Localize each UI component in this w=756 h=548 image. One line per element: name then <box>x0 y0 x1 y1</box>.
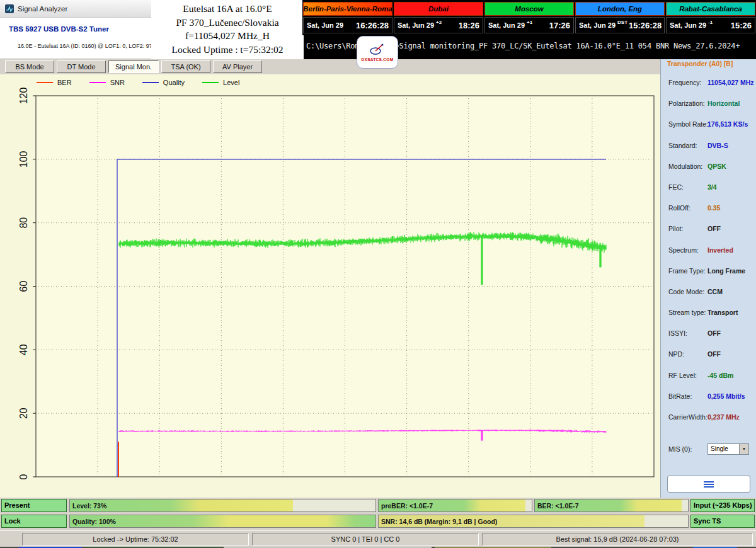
legend-item-snr: SNR <box>89 79 125 86</box>
legend-label: SNR <box>110 79 125 86</box>
quality-bar-label: Quality: 100% <box>72 516 116 527</box>
legend-line <box>37 82 53 83</box>
clock-london: London, Eng Sat, Jun 29 DST 15:26:28 <box>575 0 665 35</box>
svg-text:40: 40 <box>18 344 29 355</box>
transponder-row-value: OFF <box>707 225 721 232</box>
clock-hms: 17:26 <box>549 21 570 30</box>
window-titlebar[interactable]: Signal Analyzer <box>0 0 152 18</box>
info-overlay: Eutelsat 16A at 16.0°E PF 370_Lučenec/Sl… <box>151 0 304 59</box>
legend-item-level: Level <box>202 79 239 86</box>
clock-time: Sat, Jun 29 16:26:28 <box>303 17 392 33</box>
input-indicator: Input (~235 Kbps) <box>690 499 755 512</box>
transponder-row-label: Pilot: <box>668 225 683 232</box>
clock-hms: 16:26:28 <box>356 21 389 30</box>
tab-av-player[interactable]: AV Player <box>213 60 262 73</box>
signal-analyzer-window: Signal Analyzer TBS 5927 USB DVB-S2 Tune… <box>0 0 756 548</box>
sync-ts-indicator: Sync TS <box>690 515 755 528</box>
legend-item-quality: Quality <box>142 79 185 86</box>
dxsatcs-logo: DXSATCS.COM <box>357 36 398 69</box>
clock-utc-offset: DST <box>617 20 627 25</box>
svg-text:60: 60 <box>18 281 29 292</box>
clock-utc-offset: -1 <box>708 20 713 25</box>
preber-bar-label: preBER: <1.0E-7 <box>381 500 433 511</box>
transponder-row-value: Transport <box>707 309 738 316</box>
transponder-row-label: RollOff: <box>668 204 690 212</box>
transponder-row-label: Code Mode: <box>668 288 704 295</box>
svg-text:0: 0 <box>18 474 29 479</box>
transponder-row: Polarization:Horizontal <box>661 95 756 116</box>
preber-bar: preBER: <1.0E-7 <box>378 499 532 512</box>
lock-indicator: Lock <box>1 515 67 528</box>
clock-time: Sat, Jun 29 -1 15:26 <box>666 17 755 33</box>
transponder-row-value: Long Frame <box>707 267 745 275</box>
snr-bar: SNR: 14,6 dB (Margin: 9,1 dB | Good) <box>378 515 689 528</box>
uptime-cell: Locked -> Uptime: 75:32:02 <box>22 533 249 545</box>
transponder-row-value: 0,255 Mbit/s <box>707 392 745 400</box>
mode-tabs: BS Mode DT Mode Signal Mon. TSA (OK) AV … <box>0 59 660 74</box>
transponder-row: FEC:3/4 <box>661 179 756 200</box>
legend-line <box>202 82 219 83</box>
clock-time: Sat, Jun 29 DST 15:26:28 <box>575 17 665 33</box>
transponder-row: RF Level:-45 dBm <box>661 367 756 388</box>
clock-moscow: Moscow Sat, Jun 29 +1 17:26 <box>484 0 575 35</box>
clock-time: Sat, Jun 29 +2 18:26 <box>394 17 483 33</box>
legend-item-ber: BER <box>37 79 72 86</box>
legend-line <box>89 82 106 83</box>
legend-label: Level <box>223 79 239 86</box>
mis-value: Single <box>711 445 728 452</box>
transponder-row-value: OFF <box>707 350 721 358</box>
transponder-row-label: NPD: <box>668 350 684 358</box>
overlay-frequency: f=11054,027 MHz_H <box>151 29 304 43</box>
tab-signal-mon[interactable]: Signal Mon. <box>108 60 159 73</box>
mis-label: MIS (0): <box>668 445 692 453</box>
chart-legend: BERSNRQualityLevel <box>37 77 239 88</box>
transponder-row-value: Horizontal <box>707 100 740 107</box>
list-icon <box>704 480 714 489</box>
transponder-row-label: Modulation: <box>668 163 702 170</box>
ber-bar: BER: <1.0E-7 <box>534 499 689 512</box>
clock-date: Sat, Jun 29 <box>488 21 525 29</box>
transponder-row-label: BitRate: <box>668 392 692 400</box>
clock-date: Sat, Jun 29 <box>398 21 434 29</box>
transponder-row: Code Mode:CCM <box>661 283 756 304</box>
transponder-row: Symbol Rate:176,513 KS/s <box>661 116 756 137</box>
clock-hms: 15:26 <box>731 21 752 30</box>
transponder-row: Pilot:OFF <box>661 220 756 241</box>
clock-berlin-paris-vienna-roma: Berlin-Paris-Vienna-Roma Sat, Jun 29 16:… <box>302 0 393 35</box>
transponder-row-label: Frequency: <box>668 79 702 86</box>
transponder-row-label: Symbol Rate: <box>668 120 708 128</box>
transponder-row-label: Frame Type: <box>668 267 706 275</box>
overlay-uptime: Locked Uptime : t=75:32:02 <box>151 43 304 57</box>
transponder-row: Frequency:11054,027 MHz <box>661 74 756 95</box>
tab-tsa[interactable]: TSA (OK) <box>161 60 210 73</box>
sidebar-footer-button[interactable] <box>667 476 750 493</box>
transponder-row: Spectrum:Inverted <box>661 242 756 263</box>
legend-label: BER <box>57 79 72 86</box>
transponder-row-value: 0.35 <box>707 204 720 212</box>
chevron-down-icon[interactable]: ▼ <box>739 444 748 454</box>
quality-bar: Quality: 100% <box>69 515 376 528</box>
transponder-row-label: FEC: <box>668 183 684 191</box>
transponder-row: RollOff:0.35 <box>661 200 756 220</box>
status-bar: Locked -> Uptime: 75:32:02 SYNC 0 | TEI … <box>0 530 756 547</box>
transponder-header: Transponder (A0) [B] <box>667 60 733 67</box>
clock-time: Sat, Jun 29 +1 17:26 <box>484 17 574 33</box>
tab-dt-mode[interactable]: DT Mode <box>57 60 106 73</box>
transponder-row-label: Spectrum: <box>668 246 699 254</box>
tab-bs-mode[interactable]: BS Mode <box>5 60 54 73</box>
mis-dropdown[interactable]: Single ▼ <box>707 443 749 455</box>
logo-text: DXSATCS.COM <box>362 57 394 62</box>
transponder-row: NPD:OFF <box>661 346 756 367</box>
transponder-row-value: DVB-S <box>707 142 728 149</box>
signal-chart: 020406080100120 <box>0 74 660 498</box>
svg-text:100: 100 <box>18 151 29 168</box>
transponder-row: Frame Type:Long Frame <box>661 263 756 283</box>
clock-hms: 15:26:28 <box>629 21 662 30</box>
overlay-location: PF 370_Lučenec/Slovakia <box>151 16 304 30</box>
transponder-row-value: 3/4 <box>707 183 717 191</box>
clock-date: Sat, Jun 29 <box>579 21 616 29</box>
transponder-row-value: 176,513 KS/s <box>707 120 748 128</box>
transponder-row-value: 11054,027 MHz <box>707 79 754 86</box>
transponder-row-value: OFF <box>707 329 721 337</box>
clock-dubai: Dubai Sat, Jun 29 +2 18:26 <box>393 0 484 35</box>
